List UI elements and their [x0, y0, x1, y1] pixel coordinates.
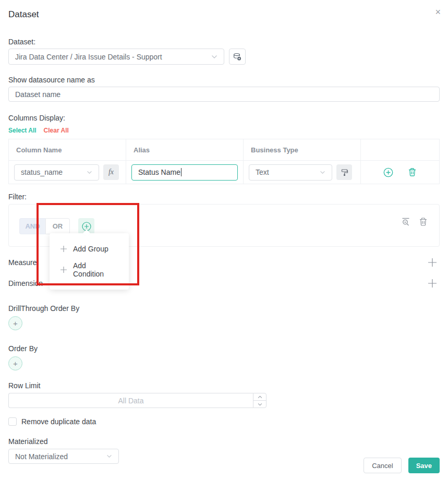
and-button[interactable]: AND: [19, 218, 45, 234]
close-icon[interactable]: ×: [435, 7, 441, 17]
dataset-select[interactable]: Jira Data Center / Jira Issue Details - …: [8, 49, 224, 65]
dataset-dialog: Dataset × Dataset: Jira Data Center / Ji…: [0, 0, 448, 479]
menu-item-label: Add Condition: [73, 261, 118, 278]
stepper-up-icon[interactable]: [253, 393, 266, 401]
add-measure-icon[interactable]: [427, 257, 440, 268]
materialized-value: Not Materialized: [15, 452, 68, 461]
fx-icon: fx: [108, 168, 114, 176]
menu-item-add-group[interactable]: Add Group: [50, 241, 129, 257]
plus-icon: [60, 266, 67, 273]
add-order-by-button[interactable]: +: [8, 356, 22, 370]
delete-column-icon[interactable]: [408, 167, 417, 177]
chevron-down-icon: [320, 171, 325, 174]
row-limit-stepper: [253, 393, 267, 408]
columns-display-label: Columns Display:: [8, 114, 440, 122]
header-actions: [361, 139, 439, 161]
database-add-icon: [233, 52, 242, 62]
menu-item-label: Add Group: [73, 245, 108, 253]
remove-duplicate-checkbox[interactable]: [8, 417, 17, 426]
chevron-down-icon: [106, 454, 112, 458]
header-column-name: Column Name: [9, 139, 126, 161]
text-cursor: [181, 168, 181, 176]
format-brush-icon: [341, 169, 348, 176]
datasource-name-label: Show datasource name as: [8, 76, 440, 84]
dimension-label: Dimension: [8, 279, 43, 288]
alias-input[interactable]: Status Name: [131, 164, 238, 181]
order-by-label: Order By: [8, 344, 440, 353]
formula-button[interactable]: fx: [103, 164, 119, 180]
measure-label: Measure: [8, 258, 37, 267]
select-all-link[interactable]: Select All: [8, 127, 37, 134]
cancel-button[interactable]: Cancel: [364, 458, 401, 473]
format-button[interactable]: [336, 164, 352, 180]
datasource-name-input[interactable]: [8, 87, 440, 102]
header-alias: Alias: [126, 139, 244, 161]
column-name-select[interactable]: status_name: [14, 164, 99, 181]
dataset-select-value: Jira Data Center / Jira Issue Details - …: [15, 53, 162, 61]
alias-value: Status Name: [138, 168, 180, 176]
business-type-value: Text: [256, 168, 269, 176]
table-row: status_name fx Status Name Text: [9, 161, 439, 184]
stepper-down-icon[interactable]: [253, 401, 266, 408]
save-button[interactable]: Save: [408, 458, 440, 473]
header-business-type: Business Type: [244, 139, 361, 161]
plus-icon: +: [13, 319, 18, 328]
materialized-label: Materialized: [8, 437, 440, 446]
drillthrough-order-by-label: DrillThrough Order By: [8, 304, 440, 313]
filter-preview-icon[interactable]: [401, 217, 410, 226]
filter-label: Filter:: [8, 193, 440, 201]
row-limit-label: Row Limit: [8, 381, 440, 390]
menu-item-add-condition[interactable]: Add Condition: [50, 257, 129, 282]
remove-duplicate-label: Remove duplicate data: [21, 417, 96, 426]
chevron-down-icon: [87, 171, 92, 174]
clear-all-link[interactable]: Clear All: [44, 127, 69, 134]
add-dimension-icon[interactable]: [427, 278, 440, 289]
or-button[interactable]: OR: [45, 218, 70, 234]
dialog-title: Dataset: [0, 0, 448, 20]
row-limit-input[interactable]: [8, 393, 253, 408]
delete-filter-icon[interactable]: [419, 217, 428, 226]
add-datasource-button[interactable]: [229, 49, 246, 65]
add-drillthrough-order-button[interactable]: +: [8, 316, 22, 330]
dataset-label: Dataset:: [8, 38, 440, 46]
columns-table-header: Column Name Alias Business Type: [9, 139, 439, 161]
chevron-down-icon: [211, 55, 217, 59]
add-filter-menu: Add Group Add Condition: [50, 233, 129, 290]
plus-icon: +: [13, 359, 18, 368]
add-column-icon[interactable]: [383, 167, 393, 177]
column-name-value: status_name: [21, 168, 63, 176]
columns-table: Column Name Alias Business Type status_n…: [8, 139, 440, 184]
business-type-select[interactable]: Text: [249, 164, 332, 181]
plus-icon: [60, 245, 67, 253]
materialized-select[interactable]: Not Materialized: [8, 449, 119, 464]
